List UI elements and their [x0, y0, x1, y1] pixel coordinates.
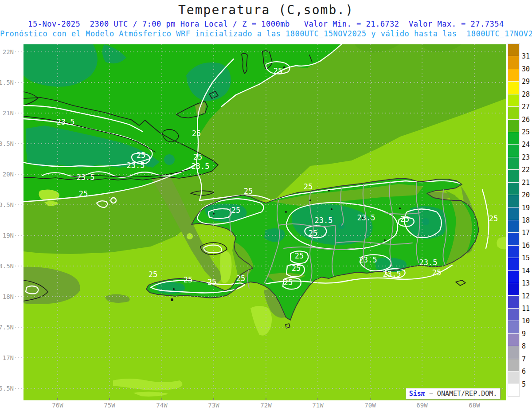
- lat-axis-label: 22N: [3, 48, 14, 55]
- lat-axis-label: 9.5N: [0, 201, 14, 208]
- colorbar-tick-label: 5: [522, 380, 532, 388]
- contour-value-label: 25: [184, 275, 192, 284]
- peak-cool-spot: [338, 223, 344, 229]
- contour-value-label: 25: [231, 206, 240, 215]
- contour-value-label: 25: [274, 67, 282, 75]
- temperature-colorbar: [508, 43, 519, 396]
- colorbar-segment: [508, 43, 519, 56]
- colorbar-tick-label: 16: [522, 242, 532, 250]
- colorbar-segment: [508, 144, 519, 157]
- brand-onamet-label: − ONAMET/REP.DOM.: [425, 390, 497, 398]
- lat-axis-label: 19N: [3, 232, 14, 239]
- lat-axis-label: 7.5N: [0, 324, 14, 331]
- contour-value-label: 25: [304, 182, 313, 191]
- contour-value-label: 25: [244, 187, 253, 196]
- colorbar-segment: [508, 169, 519, 182]
- contour-value-label: 23.5: [57, 117, 75, 126]
- colorbar-segment: [508, 56, 519, 68]
- colorbar-segment: [508, 245, 519, 258]
- islet-dot: [283, 67, 285, 68]
- colorbar-tick-label: 8: [522, 342, 532, 350]
- weather-map-page: Temperatura (C,somb.) 15-Nov-2025 2300 U…: [0, 0, 532, 411]
- lat-axis-label: 8.5N: [0, 262, 14, 270]
- contour-value-label: 25: [292, 264, 301, 273]
- contour-value-label: 23.5: [127, 161, 145, 170]
- contour-value-label: 25: [432, 268, 441, 277]
- contour-value-label: 25: [489, 214, 498, 223]
- branding-box: Sisπ − ONAMET/REP.DOM.: [406, 388, 501, 399]
- colorbar-tick-label: 15: [522, 254, 532, 262]
- contour-value-label: 23.5: [419, 258, 438, 267]
- colorbar-tick-label: 18: [522, 216, 532, 224]
- lat-axis-label: 6.5N: [0, 385, 14, 392]
- brand-sis-label: Sis: [409, 390, 421, 398]
- colorbar-segment: [508, 220, 519, 232]
- colorbar-segment: [508, 321, 519, 333]
- lat-axis-label: 18N: [3, 293, 14, 300]
- contour-value-label: 25: [309, 229, 317, 238]
- colorbar-tick-label: 13: [522, 279, 532, 287]
- colorbar-segment: [508, 232, 519, 245]
- colorbar-segment: [508, 69, 519, 81]
- contour-value-label: 25: [236, 274, 245, 283]
- lon-axis-label: 69W: [416, 402, 428, 409]
- colorbar-tick-label: 30: [522, 65, 532, 73]
- colorbar-tick-label: 11: [522, 305, 532, 313]
- contour-value-label: 25: [192, 129, 201, 138]
- contour-value-label: 23.5: [359, 255, 377, 264]
- colorbar-segment: [508, 132, 519, 144]
- colorbar-segment: [508, 295, 519, 308]
- colorbar-tick-label: 28: [522, 90, 532, 98]
- colorbar-tick-label: 31: [522, 52, 532, 60]
- lon-axis-label: 71W: [312, 402, 324, 409]
- colorbar-tick-label: 14: [522, 267, 532, 275]
- colorbar-segment: [508, 283, 519, 295]
- colorbar-tick-label: 20: [522, 191, 532, 199]
- contour-value-label: 25: [400, 215, 409, 223]
- contour-value-label: 25: [137, 151, 145, 160]
- contour-value-label: 25: [193, 153, 202, 161]
- colorbar-segment: [508, 195, 519, 207]
- colorbar-segment: [508, 106, 519, 119]
- colorbar-segment: [508, 371, 519, 384]
- colorbar-tick-label: 7: [522, 355, 532, 363]
- lat-axis-label: 1.5N: [0, 79, 14, 86]
- colorbar-segment: [508, 270, 519, 283]
- colorbar-tick-label: 9: [522, 330, 532, 338]
- pi-symbol: π: [421, 390, 425, 398]
- colorbar-segment: [508, 94, 519, 106]
- colorbar-tick-label: 27: [522, 103, 532, 111]
- contour-value-label: 23.5: [192, 162, 210, 171]
- colorbar-segment: [508, 359, 519, 371]
- colorbar-tick-label: 25: [522, 128, 532, 136]
- colorbar-segment: [508, 207, 519, 219]
- colorbar-tick-label: 19: [522, 204, 532, 212]
- contour-value-label: 25: [295, 251, 304, 260]
- lon-axis-label: 73W: [208, 402, 219, 409]
- colorbar-segment: [508, 81, 519, 94]
- contour-value-label: 23.5: [383, 270, 401, 278]
- colorbar-tick-label: 21: [522, 179, 532, 187]
- contour-value-label: 25: [207, 278, 216, 286]
- contour-value-label: 23.5: [315, 216, 333, 225]
- colorbar-segment: [508, 157, 519, 169]
- lat-axis-label: 20N: [3, 171, 14, 178]
- map-plot-area: 2523.52523.523.525252523.525252523.523.5…: [23, 44, 506, 400]
- colorbar-tick-label: 23: [522, 153, 532, 161]
- colorbar-tick-label: 29: [522, 78, 532, 86]
- colorbar-tick-label: 17: [522, 229, 532, 237]
- chartreuse-patch: [187, 233, 193, 239]
- lat-axis-label: 0.5N: [0, 140, 14, 147]
- lat-axis-label: 17N: [3, 354, 14, 361]
- contour-value-label: 25: [79, 189, 88, 198]
- colorbar-tick-label: 12: [522, 292, 532, 300]
- colorbar-segment: [508, 384, 519, 396]
- peak-cool-spot: [422, 218, 429, 225]
- colorbar-tick-label: 6: [522, 368, 532, 376]
- lon-axis-label: 75W: [104, 402, 115, 409]
- contour-value-label: 23.5: [77, 173, 95, 182]
- colorbar-segment: [508, 333, 519, 346]
- contour-value-label: 23.5: [357, 213, 376, 222]
- lon-axis-label: 76W: [52, 402, 63, 409]
- colorbar-segment: [508, 346, 519, 358]
